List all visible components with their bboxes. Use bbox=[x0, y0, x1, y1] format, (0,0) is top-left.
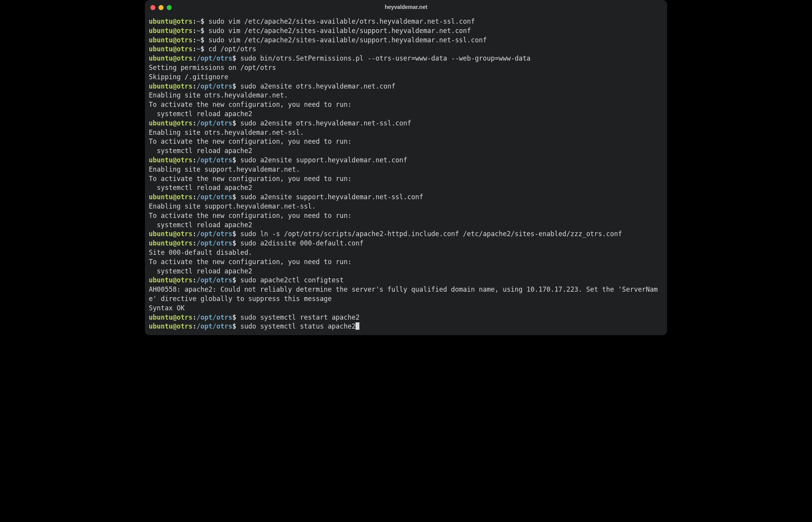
prompt-colon: : bbox=[193, 36, 197, 44]
prompt-dollar: $ bbox=[232, 156, 240, 164]
prompt-colon: : bbox=[193, 193, 197, 201]
prompt-dollar: $ bbox=[200, 27, 208, 35]
terminal-line: systemctl reload apache2 bbox=[149, 146, 663, 156]
prompt-path: /opt/otrs bbox=[197, 156, 232, 164]
prompt-colon: : bbox=[193, 119, 197, 127]
prompt-user-host: ubuntu@otrs bbox=[149, 322, 193, 330]
prompt-user-host: ubuntu@otrs bbox=[149, 17, 193, 25]
command-text: sudo ln -s /opt/otrs/scripts/apache2-htt… bbox=[240, 230, 622, 238]
command-text: sudo apache2ctl configtest bbox=[240, 276, 343, 284]
maximize-icon[interactable] bbox=[167, 5, 172, 10]
command-text: sudo a2ensite support.heyvaldemar.net.co… bbox=[240, 156, 407, 164]
terminal-line: Enabling site otrs.heyvaldemar.net. bbox=[149, 91, 663, 100]
terminal-line: Skipping /.gitignore bbox=[149, 73, 663, 82]
terminal-line: Site 000-default disabled. bbox=[149, 248, 663, 258]
prompt-colon: : bbox=[193, 17, 197, 25]
prompt-dollar: $ bbox=[232, 193, 240, 201]
prompt-path: ~ bbox=[197, 45, 200, 53]
command-text: sudo vim /etc/apache2/sites-available/su… bbox=[209, 36, 487, 44]
output-text: Setting permissions on /opt/otrs bbox=[149, 64, 276, 71]
command-text: sudo vim /etc/apache2/sites-available/su… bbox=[209, 27, 471, 35]
command-text: sudo a2ensite otrs.heyvaldemar.net.conf bbox=[240, 82, 395, 90]
window-title: heyvaldemar.net bbox=[145, 3, 667, 11]
prompt-dollar: $ bbox=[232, 230, 240, 238]
terminal-line: ubuntu@otrs:/opt/otrs$ sudo systemctl st… bbox=[149, 322, 663, 331]
terminal-line: Enabling site support.heyvaldemar.net-ss… bbox=[149, 202, 663, 211]
prompt-colon: : bbox=[193, 230, 197, 238]
prompt-path: ~ bbox=[197, 36, 200, 44]
prompt-colon: : bbox=[193, 45, 197, 53]
terminal-line: ubuntu@otrs:/opt/otrs$ sudo a2ensite otr… bbox=[149, 82, 663, 91]
prompt-dollar: $ bbox=[232, 322, 240, 330]
command-text: sudo bin/otrs.SetPermissions.pl --otrs-u… bbox=[240, 54, 530, 62]
command-text: sudo vim /etc/apache2/sites-available/ot… bbox=[209, 17, 475, 25]
close-icon[interactable] bbox=[150, 5, 155, 10]
terminal-line: ubuntu@otrs:/opt/otrs$ sudo systemctl re… bbox=[149, 313, 663, 322]
titlebar: heyvaldemar.net bbox=[145, 0, 667, 15]
output-text: Site 000-default disabled. bbox=[149, 249, 252, 256]
terminal-line: To activate the new configuration, you n… bbox=[149, 258, 663, 267]
cursor-icon bbox=[355, 322, 359, 330]
terminal-line: Enabling site otrs.heyvaldemar.net-ssl. bbox=[149, 128, 663, 137]
terminal-line: ubuntu@otrs:/opt/otrs$ sudo a2ensite otr… bbox=[149, 119, 663, 128]
output-text: To activate the new configuration, you n… bbox=[149, 175, 352, 183]
prompt-colon: : bbox=[193, 27, 197, 35]
output-text: systemctl reload apache2 bbox=[149, 184, 252, 191]
output-text: To activate the new configuration, you n… bbox=[149, 258, 352, 266]
output-text: systemctl reload apache2 bbox=[149, 147, 252, 155]
terminal-body[interactable]: ubuntu@otrs:~$ sudo vim /etc/apache2/sit… bbox=[145, 15, 667, 335]
output-text: To activate the new configuration, you n… bbox=[149, 101, 352, 108]
prompt-path: ~ bbox=[197, 27, 200, 35]
terminal-line: AH00558: apache2: Could not reliably det… bbox=[149, 285, 663, 304]
traffic-lights bbox=[150, 5, 172, 10]
prompt-dollar: $ bbox=[232, 119, 240, 127]
terminal-line: ubuntu@otrs:~$ sudo vim /etc/apache2/sit… bbox=[149, 36, 663, 45]
output-text: systemctl reload apache2 bbox=[149, 221, 252, 229]
terminal-line: ubuntu@otrs:/opt/otrs$ sudo bin/otrs.Set… bbox=[149, 54, 663, 63]
terminal-line: systemctl reload apache2 bbox=[149, 221, 663, 230]
prompt-user-host: ubuntu@otrs bbox=[149, 27, 193, 35]
minimize-icon[interactable] bbox=[159, 5, 164, 10]
terminal-line: Setting permissions on /opt/otrs bbox=[149, 63, 663, 73]
prompt-user-host: ubuntu@otrs bbox=[149, 82, 193, 90]
prompt-dollar: $ bbox=[232, 54, 240, 62]
prompt-user-host: ubuntu@otrs bbox=[149, 36, 193, 44]
prompt-path: /opt/otrs bbox=[197, 322, 232, 330]
terminal-line: systemctl reload apache2 bbox=[149, 110, 663, 119]
prompt-colon: : bbox=[193, 239, 197, 247]
terminal-line: systemctl reload apache2 bbox=[149, 183, 663, 193]
command-text: sudo a2ensite support.heyvaldemar.net-ss… bbox=[240, 193, 423, 201]
prompt-path: /opt/otrs bbox=[197, 239, 232, 247]
output-text: Enabling site support.heyvaldemar.net. bbox=[149, 165, 300, 173]
prompt-user-host: ubuntu@otrs bbox=[149, 239, 193, 247]
output-text: AH00558: apache2: Could not reliably det… bbox=[149, 285, 658, 303]
terminal-line: Syntax OK bbox=[149, 304, 663, 313]
prompt-user-host: ubuntu@otrs bbox=[149, 276, 193, 284]
terminal-line: ubuntu@otrs:/opt/otrs$ sudo a2ensite sup… bbox=[149, 193, 663, 202]
terminal-line: Enabling site support.heyvaldemar.net. bbox=[149, 165, 663, 174]
prompt-user-host: ubuntu@otrs bbox=[149, 230, 193, 238]
terminal-line: To activate the new configuration, you n… bbox=[149, 174, 663, 184]
output-text: Syntax OK bbox=[149, 304, 185, 312]
terminal-line: ubuntu@otrs:~$ sudo vim /etc/apache2/sit… bbox=[149, 17, 663, 26]
terminal-line: To activate the new configuration, you n… bbox=[149, 137, 663, 146]
prompt-dollar: $ bbox=[200, 45, 208, 53]
output-text: Skipping /.gitignore bbox=[149, 73, 228, 81]
prompt-path: /opt/otrs bbox=[197, 54, 232, 62]
output-text: To activate the new configuration, you n… bbox=[149, 212, 352, 219]
terminal-line: ubuntu@otrs:~$ cd /opt/otrs bbox=[149, 45, 663, 54]
prompt-user-host: ubuntu@otrs bbox=[149, 313, 193, 321]
terminal-line: ubuntu@otrs:/opt/otrs$ sudo apache2ctl c… bbox=[149, 276, 663, 285]
prompt-path: /opt/otrs bbox=[197, 193, 232, 201]
output-text: Enabling site otrs.heyvaldemar.net-ssl. bbox=[149, 129, 304, 136]
prompt-colon: : bbox=[193, 322, 197, 330]
command-text: sudo a2dissite 000-default.conf bbox=[240, 239, 363, 247]
prompt-path: /opt/otrs bbox=[197, 82, 232, 90]
prompt-user-host: ubuntu@otrs bbox=[149, 45, 193, 53]
command-text: cd /opt/otrs bbox=[209, 45, 256, 53]
prompt-colon: : bbox=[193, 54, 197, 62]
command-text: sudo a2ensite otrs.heyvaldemar.net-ssl.c… bbox=[240, 119, 411, 127]
terminal-line: To activate the new configuration, you n… bbox=[149, 100, 663, 110]
terminal-line: ubuntu@otrs:~$ sudo vim /etc/apache2/sit… bbox=[149, 26, 663, 36]
prompt-path: /opt/otrs bbox=[197, 313, 232, 321]
